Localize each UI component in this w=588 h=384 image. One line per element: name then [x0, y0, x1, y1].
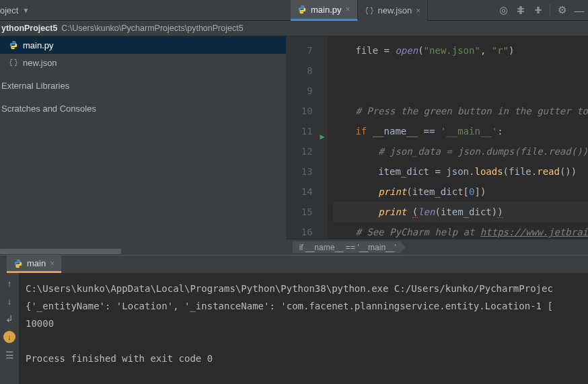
- code-area[interactable]: 7891011▶1213141516 file = open("new.json…: [286, 36, 588, 239]
- console-line: {'_entityName': 'Location', '_instanceNa…: [26, 297, 588, 315]
- project-path: C:\Users\kunko\PycharmProjects\pythonPro…: [61, 24, 243, 33]
- code-breadcrumb[interactable]: if __name__ == '__main__': [286, 239, 588, 255]
- gutter: 7891011▶1213141516: [286, 36, 328, 239]
- editor-tabs: main.py × new.json ×: [291, 0, 428, 21]
- line-number[interactable]: 9: [286, 81, 328, 101]
- down-arrow-icon[interactable]: ↓: [7, 296, 12, 307]
- json-icon: [8, 57, 19, 68]
- gear-icon[interactable]: ⚙: [553, 1, 571, 19]
- code-line[interactable]: # json_data = json.dumps(file.read()): [333, 141, 588, 161]
- tab-label: new.json: [378, 5, 412, 15]
- up-arrow-icon[interactable]: ↑: [7, 278, 12, 289]
- tree-row-label: Scratches and Consoles: [1, 104, 96, 114]
- code-line[interactable]: [333, 81, 588, 101]
- console-line: Process finished with exit code 0: [26, 350, 588, 367]
- line-number[interactable]: 10: [286, 101, 328, 121]
- editor: 7891011▶1213141516 file = open("new.json…: [286, 36, 588, 255]
- project-name: ythonProject5: [1, 24, 61, 33]
- tree-row[interactable]: External Libraries: [0, 77, 286, 94]
- line-number[interactable]: 13: [286, 161, 328, 182]
- chevron-down-icon: ▼: [22, 7, 29, 14]
- line-number[interactable]: 15: [286, 202, 328, 222]
- run-tabs: main ×: [0, 256, 588, 273]
- line-number[interactable]: 14: [286, 182, 328, 202]
- line-number[interactable]: 11▶: [286, 121, 328, 141]
- project-dropdown[interactable]: oject ▼: [0, 5, 36, 15]
- python-icon: [8, 40, 19, 50]
- project-label: oject: [0, 5, 18, 15]
- tab-new-json[interactable]: new.json ×: [358, 0, 429, 21]
- console-line: 10000: [26, 315, 588, 332]
- tree-row[interactable]: Scratches and Consoles: [0, 100, 286, 117]
- soft-wrap-icon[interactable]: ↲: [5, 313, 13, 324]
- json-icon: [365, 6, 374, 15]
- run-tab-main[interactable]: main ×: [7, 256, 61, 273]
- crumb-segment[interactable]: if __name__ == '__main__': [293, 241, 406, 254]
- run-panel: main × ↑ ↓ ↲ ↓ ☰ C:\Users\kunko\AppData\…: [0, 255, 588, 384]
- scrollbar-thumb[interactable]: [0, 249, 121, 254]
- close-icon[interactable]: ×: [416, 6, 420, 15]
- code-line[interactable]: [333, 61, 588, 81]
- close-icon[interactable]: ×: [50, 259, 54, 268]
- console-output[interactable]: C:\Users\kunko\AppData\Local\Programs\Py…: [19, 273, 588, 384]
- code-line[interactable]: # Press the green button in the gutter t…: [333, 101, 588, 121]
- console-line: [26, 332, 588, 350]
- python-icon: [297, 5, 307, 14]
- run-tab-label: main: [27, 258, 46, 268]
- code-line[interactable]: if __name__ == '__main__':: [333, 121, 588, 141]
- line-number[interactable]: 7: [286, 40, 328, 61]
- horizontal-scrollbar[interactable]: [0, 248, 286, 255]
- line-number[interactable]: 12: [286, 141, 328, 161]
- separator: [550, 4, 550, 16]
- target-icon[interactable]: ◎: [494, 1, 512, 19]
- console-line: C:\Users\kunko\AppData\Local\Programs\Py…: [26, 280, 588, 297]
- tab-main-py[interactable]: main.py ×: [291, 0, 358, 21]
- python-icon: [13, 259, 23, 268]
- tree-row[interactable]: main.py: [0, 36, 286, 54]
- close-icon[interactable]: ×: [346, 5, 351, 14]
- code-line[interactable]: file = open("new.json", "r"): [333, 40, 588, 61]
- minimize-icon[interactable]: —: [571, 1, 588, 19]
- expand-all-icon[interactable]: [512, 1, 529, 19]
- tree-row-label: new.json: [23, 58, 57, 68]
- tree-row-label: main.py: [23, 40, 54, 50]
- code-line[interactable]: # See PyCharm help at https://www.jetbra…: [333, 222, 588, 239]
- download-badge-icon[interactable]: ↓: [3, 331, 15, 343]
- run-gutter: ↑ ↓ ↲ ↓ ☰: [0, 273, 19, 384]
- filter-icon[interactable]: ☰: [5, 350, 14, 360]
- code-body[interactable]: file = open("new.json", "r") # Press the…: [328, 36, 588, 239]
- project-tree: main.pynew.jsonExternal LibrariesScratch…: [0, 36, 286, 255]
- breadcrumb: ythonProject5 C:\Users\kunko\PycharmProj…: [0, 21, 588, 36]
- code-line[interactable]: print(item_dict[0]): [333, 182, 588, 202]
- code-line[interactable]: item_dict = json.loads(file.read()): [333, 161, 588, 182]
- collapse-all-icon[interactable]: [529, 1, 547, 19]
- tab-label: main.py: [311, 5, 342, 15]
- line-number[interactable]: 16: [286, 222, 328, 239]
- line-number[interactable]: 8: [286, 61, 328, 81]
- code-line[interactable]: print (len(item_dict)): [333, 202, 588, 222]
- tree-row-label: External Libraries: [1, 81, 69, 91]
- tree-row[interactable]: new.json: [0, 54, 286, 71]
